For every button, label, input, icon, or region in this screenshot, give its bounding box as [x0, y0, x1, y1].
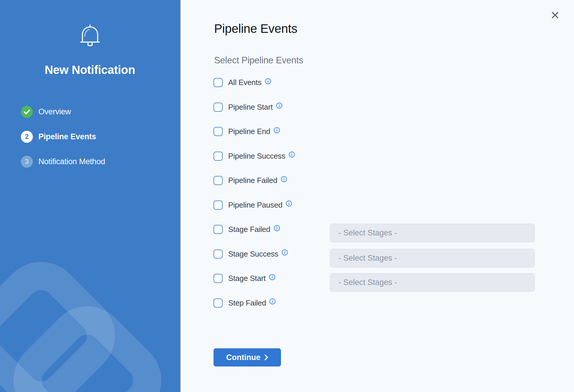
event-checkbox[interactable]: [214, 78, 223, 87]
event-row: Pipeline Start: [214, 95, 295, 120]
info-icon[interactable]: [276, 102, 282, 109]
step-complete-check-icon: [21, 106, 33, 118]
event-checkbox[interactable]: [214, 250, 223, 259]
info-icon[interactable]: [274, 225, 280, 231]
new-notification-modal: New Notification Overview 2 Pipeline Eve…: [0, 0, 574, 392]
main-panel: Pipeline Events Select Pipeline Events A…: [181, 0, 574, 392]
info-icon[interactable]: [269, 274, 275, 280]
close-button[interactable]: [550, 10, 560, 20]
stage-select-failed[interactable]: - Select Stages -: [330, 224, 535, 242]
event-label: Pipeline Paused: [228, 201, 282, 210]
event-row: Pipeline Paused: [214, 193, 295, 218]
page-title: Pipeline Events: [214, 22, 297, 36]
step-label: Notification Method: [38, 157, 105, 166]
chevron-right-icon: [264, 354, 268, 361]
event-row: Stage Success: [214, 242, 295, 267]
event-checkbox[interactable]: [214, 176, 223, 185]
event-row: Stage Failed: [214, 217, 295, 242]
step-pipeline-events[interactable]: 2 Pipeline Events: [21, 124, 105, 149]
stage-select-placeholder: - Select Stages -: [338, 254, 397, 263]
event-checkbox[interactable]: [214, 201, 223, 210]
event-row: All Events: [214, 70, 295, 95]
info-icon[interactable]: [282, 249, 288, 256]
info-icon[interactable]: [281, 176, 287, 182]
step-overview[interactable]: Overview: [21, 99, 105, 124]
event-label: Pipeline Success: [228, 152, 285, 161]
event-row: Pipeline End: [214, 119, 295, 144]
event-label: All Events: [228, 78, 262, 87]
event-checkbox[interactable]: [214, 225, 223, 234]
event-label: Pipeline Failed: [228, 176, 277, 185]
event-row: Pipeline Failed: [214, 168, 295, 193]
info-icon[interactable]: [274, 127, 280, 133]
brand-watermark-logo: [0, 250, 180, 392]
sidebar: New Notification Overview 2 Pipeline Eve…: [0, 0, 180, 392]
event-checkbox[interactable]: [214, 103, 223, 112]
event-row: Step Failed: [214, 291, 295, 315]
event-checkbox[interactable]: [214, 127, 223, 136]
step-number-badge: 2: [21, 131, 33, 143]
info-icon[interactable]: [269, 298, 276, 305]
step-notification-method[interactable]: 3 Notification Method: [21, 149, 105, 174]
info-icon[interactable]: [286, 200, 292, 207]
wizard-title: New Notification: [0, 63, 180, 77]
event-label: Stage Success: [228, 250, 278, 259]
event-checkbox[interactable]: [214, 274, 223, 283]
info-icon[interactable]: [265, 78, 271, 84]
close-x-icon: [551, 11, 559, 19]
step-label: Pipeline Events: [38, 132, 96, 141]
continue-label: Continue: [226, 353, 260, 362]
notification-bell-icon: [0, 24, 180, 47]
event-row: Pipeline Success: [214, 144, 295, 169]
continue-button[interactable]: Continue: [214, 348, 281, 366]
event-list: All Events Pipeline Start Pipeline End: [214, 70, 295, 315]
event-label: Stage Start: [228, 274, 266, 283]
section-label: Select Pipeline Events: [214, 55, 303, 66]
event-checkbox[interactable]: [214, 298, 223, 308]
event-label: Pipeline End: [228, 127, 270, 136]
stage-select-start[interactable]: - Select Stages -: [330, 273, 535, 292]
event-label: Stage Failed: [228, 225, 270, 234]
event-checkbox[interactable]: [214, 152, 223, 161]
stage-select-placeholder: - Select Stages -: [338, 228, 397, 237]
event-row: Stage Start: [214, 266, 295, 291]
step-number-badge: 3: [21, 156, 33, 168]
step-list: Overview 2 Pipeline Events 3 Notificatio…: [21, 99, 105, 174]
step-label: Overview: [38, 107, 71, 116]
stage-select-success[interactable]: - Select Stages -: [330, 249, 535, 267]
stage-select-placeholder: - Select Stages -: [338, 278, 397, 287]
event-label: Pipeline Start: [228, 103, 273, 112]
event-label: Step Failed: [228, 298, 266, 308]
info-icon[interactable]: [289, 151, 295, 158]
